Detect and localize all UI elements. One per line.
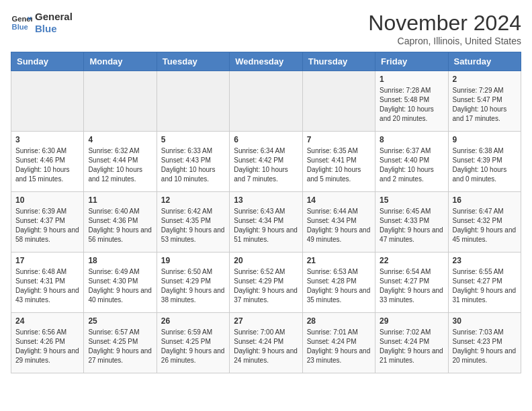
calendar-cell: 22Sunrise: 6:54 AM Sunset: 4:27 PM Dayli… — [375, 253, 448, 313]
logo-icon: General Blue — [11, 12, 32, 34]
day-number: 17 — [15, 256, 79, 265]
svg-text:Blue: Blue — [12, 23, 28, 31]
calendar-cell: 15Sunrise: 6:45 AM Sunset: 4:33 PM Dayli… — [375, 192, 448, 253]
day-number: 15 — [380, 195, 443, 205]
day-number: 3 — [15, 135, 79, 144]
day-number: 24 — [15, 316, 79, 326]
calendar-cell: 1Sunrise: 7:28 AM Sunset: 5:48 PM Daylig… — [375, 71, 448, 132]
day-number: 20 — [234, 256, 298, 265]
calendar-cell: 24Sunrise: 6:56 AM Sunset: 4:26 PM Dayli… — [11, 313, 84, 373]
day-info: Sunrise: 6:37 AM Sunset: 4:40 PM Dayligh… — [380, 146, 443, 184]
day-info: Sunrise: 6:48 AM Sunset: 4:31 PM Dayligh… — [15, 267, 79, 305]
logo: General Blue General Blue — [11, 11, 73, 35]
calendar-cell — [157, 71, 229, 132]
day-number: 22 — [380, 256, 443, 265]
calendar-cell: 21Sunrise: 6:53 AM Sunset: 4:28 PM Dayli… — [302, 253, 375, 313]
calendar-cell: 30Sunrise: 7:03 AM Sunset: 4:23 PM Dayli… — [448, 313, 521, 373]
calendar-cell: 25Sunrise: 6:57 AM Sunset: 4:25 PM Dayli… — [84, 313, 157, 373]
day-info: Sunrise: 6:44 AM Sunset: 4:34 PM Dayligh… — [307, 207, 371, 244]
month-title: November 2024 — [368, 11, 521, 36]
calendar-week-row: 10Sunrise: 6:39 AM Sunset: 4:37 PM Dayli… — [11, 192, 521, 253]
title-area: November 2024 Capron, Illinois, United S… — [368, 11, 521, 46]
day-number: 21 — [307, 256, 371, 265]
calendar-cell: 13Sunrise: 6:43 AM Sunset: 4:34 PM Dayli… — [230, 192, 302, 253]
calendar-cell: 5Sunrise: 6:33 AM Sunset: 4:43 PM Daylig… — [157, 132, 229, 192]
day-info: Sunrise: 7:03 AM Sunset: 4:23 PM Dayligh… — [453, 328, 517, 365]
weekday-header-row: SundayMondayTuesdayWednesdayThursdayFrid… — [11, 52, 521, 71]
calendar-cell: 10Sunrise: 6:39 AM Sunset: 4:37 PM Dayli… — [11, 192, 84, 253]
day-number: 30 — [453, 316, 517, 326]
day-number: 11 — [88, 195, 152, 205]
calendar-cell: 3Sunrise: 6:30 AM Sunset: 4:46 PM Daylig… — [11, 132, 84, 192]
calendar-cell: 6Sunrise: 6:34 AM Sunset: 4:42 PM Daylig… — [230, 132, 302, 192]
calendar-cell — [11, 71, 84, 132]
day-info: Sunrise: 6:59 AM Sunset: 4:25 PM Dayligh… — [161, 328, 225, 365]
calendar-body: 1Sunrise: 7:28 AM Sunset: 5:48 PM Daylig… — [11, 71, 521, 373]
calendar-cell — [230, 71, 302, 132]
day-number: 4 — [88, 135, 152, 144]
calendar-cell: 2Sunrise: 7:29 AM Sunset: 5:47 PM Daylig… — [448, 71, 521, 132]
header: General Blue General Blue November 2024 … — [11, 11, 521, 46]
calendar-cell: 26Sunrise: 6:59 AM Sunset: 4:25 PM Dayli… — [157, 313, 229, 373]
day-info: Sunrise: 6:53 AM Sunset: 4:28 PM Dayligh… — [307, 267, 371, 305]
day-info: Sunrise: 7:02 AM Sunset: 4:24 PM Dayligh… — [380, 328, 443, 365]
day-number: 8 — [380, 135, 443, 144]
day-number: 12 — [161, 195, 225, 205]
calendar-header: SundayMondayTuesdayWednesdayThursdayFrid… — [11, 52, 521, 71]
day-number: 7 — [307, 135, 371, 144]
day-info: Sunrise: 6:55 AM Sunset: 4:27 PM Dayligh… — [453, 267, 517, 305]
weekday-header: Friday — [375, 52, 448, 71]
day-number: 29 — [380, 316, 443, 326]
calendar-cell: 11Sunrise: 6:40 AM Sunset: 4:36 PM Dayli… — [84, 192, 157, 253]
day-info: Sunrise: 6:47 AM Sunset: 4:32 PM Dayligh… — [453, 207, 517, 244]
day-number: 10 — [15, 195, 79, 205]
weekday-header: Tuesday — [157, 52, 229, 71]
calendar-cell: 9Sunrise: 6:38 AM Sunset: 4:39 PM Daylig… — [448, 132, 521, 192]
day-number: 18 — [88, 256, 152, 265]
calendar-cell — [302, 71, 375, 132]
logo-general: General — [35, 11, 73, 23]
day-info: Sunrise: 6:40 AM Sunset: 4:36 PM Dayligh… — [88, 207, 152, 244]
day-number: 26 — [161, 316, 225, 326]
day-info: Sunrise: 6:33 AM Sunset: 4:43 PM Dayligh… — [161, 146, 225, 184]
day-number: 23 — [453, 256, 517, 265]
day-info: Sunrise: 6:43 AM Sunset: 4:34 PM Dayligh… — [234, 207, 298, 244]
day-number: 25 — [88, 316, 152, 326]
calendar-week-row: 1Sunrise: 7:28 AM Sunset: 5:48 PM Daylig… — [11, 71, 521, 132]
calendar-cell: 27Sunrise: 7:00 AM Sunset: 4:24 PM Dayli… — [230, 313, 302, 373]
day-info: Sunrise: 6:35 AM Sunset: 4:41 PM Dayligh… — [307, 146, 371, 184]
day-info: Sunrise: 6:38 AM Sunset: 4:39 PM Dayligh… — [453, 146, 517, 184]
calendar-cell: 4Sunrise: 6:32 AM Sunset: 4:44 PM Daylig… — [84, 132, 157, 192]
day-number: 16 — [453, 195, 517, 205]
day-info: Sunrise: 6:32 AM Sunset: 4:44 PM Dayligh… — [88, 146, 152, 184]
day-info: Sunrise: 7:29 AM Sunset: 5:47 PM Dayligh… — [453, 86, 517, 124]
day-number: 1 — [380, 75, 443, 84]
weekday-header: Thursday — [302, 52, 375, 71]
calendar-cell: 14Sunrise: 6:44 AM Sunset: 4:34 PM Dayli… — [302, 192, 375, 253]
day-info: Sunrise: 6:54 AM Sunset: 4:27 PM Dayligh… — [380, 267, 443, 305]
day-info: Sunrise: 6:34 AM Sunset: 4:42 PM Dayligh… — [234, 146, 298, 184]
calendar-cell: 8Sunrise: 6:37 AM Sunset: 4:40 PM Daylig… — [375, 132, 448, 192]
day-number: 19 — [161, 256, 225, 265]
day-info: Sunrise: 7:00 AM Sunset: 4:24 PM Dayligh… — [234, 328, 298, 365]
calendar-cell: 17Sunrise: 6:48 AM Sunset: 4:31 PM Dayli… — [11, 253, 84, 313]
day-number: 27 — [234, 316, 298, 326]
logo-blue: Blue — [35, 23, 73, 35]
day-info: Sunrise: 6:50 AM Sunset: 4:29 PM Dayligh… — [161, 267, 225, 305]
day-number: 14 — [307, 195, 371, 205]
weekday-header: Wednesday — [230, 52, 302, 71]
day-number: 6 — [234, 135, 298, 144]
day-info: Sunrise: 6:42 AM Sunset: 4:35 PM Dayligh… — [161, 207, 225, 244]
calendar-cell: 29Sunrise: 7:02 AM Sunset: 4:24 PM Dayli… — [375, 313, 448, 373]
day-info: Sunrise: 6:45 AM Sunset: 4:33 PM Dayligh… — [380, 207, 443, 244]
calendar-cell: 18Sunrise: 6:49 AM Sunset: 4:30 PM Dayli… — [84, 253, 157, 313]
day-number: 5 — [161, 135, 225, 144]
calendar-cell: 12Sunrise: 6:42 AM Sunset: 4:35 PM Dayli… — [157, 192, 229, 253]
weekday-header: Saturday — [448, 52, 521, 71]
day-info: Sunrise: 7:28 AM Sunset: 5:48 PM Dayligh… — [380, 86, 443, 124]
weekday-header: Sunday — [11, 52, 84, 71]
weekday-header: Monday — [84, 52, 157, 71]
calendar-cell: 28Sunrise: 7:01 AM Sunset: 4:24 PM Dayli… — [302, 313, 375, 373]
day-info: Sunrise: 6:56 AM Sunset: 4:26 PM Dayligh… — [15, 328, 79, 365]
day-info: Sunrise: 7:01 AM Sunset: 4:24 PM Dayligh… — [307, 328, 371, 365]
